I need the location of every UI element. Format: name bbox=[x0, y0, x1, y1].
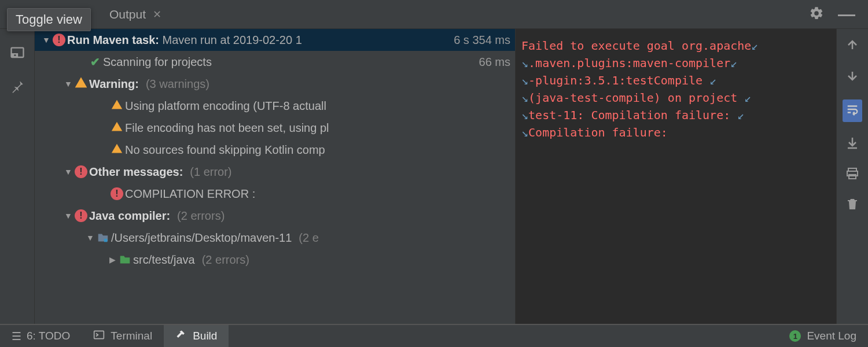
tree-warning-count: (3 warnings) bbox=[146, 77, 209, 91]
chevron-down-icon[interactable] bbox=[42, 35, 51, 45]
soft-wrap-icon: ↙ bbox=[751, 39, 758, 53]
warning-icon bbox=[75, 76, 87, 92]
tree-warning[interactable]: Warning: (3 warnings) bbox=[35, 73, 515, 95]
left-toolbar bbox=[0, 29, 35, 324]
status-build[interactable]: Build bbox=[164, 325, 229, 347]
tree-other-item[interactable]: ! COMPILATION ERROR : bbox=[35, 183, 515, 205]
tree-java-label: Java compiler: bbox=[89, 209, 170, 223]
main-area: ! Run Maven task: Maven run at 2019-02-2… bbox=[0, 29, 868, 324]
tree-other-count: (1 error) bbox=[190, 165, 231, 179]
toggle-view-tooltip: Toggle view bbox=[7, 8, 91, 31]
folder-icon bbox=[95, 231, 111, 244]
up-arrow-icon[interactable] bbox=[845, 38, 859, 55]
down-arrow-icon[interactable] bbox=[845, 69, 859, 86]
error-icon: ! bbox=[53, 34, 65, 46]
tree-other[interactable]: ! Other messages: (1 error) bbox=[35, 161, 515, 183]
svg-rect-2 bbox=[104, 239, 108, 242]
tree-item-label: src/test/java bbox=[133, 253, 195, 267]
chevron-down-icon[interactable] bbox=[64, 167, 73, 176]
soft-wrap-icon: ↘ bbox=[521, 125, 528, 139]
tree-warning-item[interactable]: File encoding has not been set, using pl bbox=[35, 117, 515, 139]
tree-root-label: Run Maven task: Maven run at 2019-02-20 … bbox=[67, 34, 302, 47]
tab-bar: Output ✕ — bbox=[0, 0, 868, 29]
soft-wrap-icon: ↙ bbox=[737, 108, 744, 122]
tree-java-path[interactable]: /Users/jetbrains/Desktop/maven-11 (2 e bbox=[35, 227, 515, 249]
status-todo-label: 6: TODO bbox=[27, 330, 70, 342]
print-icon[interactable] bbox=[845, 167, 859, 183]
gear-icon[interactable] bbox=[809, 6, 824, 24]
console-text: Compilation failure: bbox=[528, 125, 668, 139]
chevron-down-icon[interactable] bbox=[64, 211, 73, 220]
soft-wrap-icon: ↙ bbox=[730, 56, 737, 70]
status-build-label: Build bbox=[193, 330, 217, 342]
tree-java-sub[interactable]: src/test/java (2 errors) bbox=[35, 249, 515, 271]
console-text: (java-test-compile) on project bbox=[528, 91, 744, 105]
soft-wrap-icon: ↙ bbox=[744, 91, 751, 105]
console-text: test-11: Compilation failure: bbox=[528, 108, 737, 122]
tab-output[interactable]: Output ✕ bbox=[101, 0, 170, 29]
right-toolbar bbox=[836, 29, 868, 324]
tree-warning-item[interactable]: Using platform encoding (UTF-8 actuall bbox=[35, 95, 515, 117]
scroll-to-end-icon[interactable] bbox=[845, 136, 859, 153]
folder-icon bbox=[117, 253, 133, 266]
tree-item-count: (2 e bbox=[299, 231, 318, 245]
hammer-icon bbox=[175, 329, 187, 344]
status-bar: ☰ 6: TODO Terminal Build 1 Event Log bbox=[0, 324, 868, 347]
soft-wrap-icon: ↘ bbox=[521, 91, 528, 105]
tree-other-label: Other messages: bbox=[89, 165, 183, 179]
chevron-down-icon[interactable] bbox=[64, 79, 73, 88]
tab-output-label: Output bbox=[109, 8, 146, 21]
terminal-icon bbox=[93, 329, 105, 344]
chevron-down-icon[interactable] bbox=[86, 233, 95, 242]
soft-wrap-icon: ↘ bbox=[521, 56, 528, 70]
check-icon: ✔ bbox=[90, 55, 100, 69]
warning-icon bbox=[111, 99, 123, 113]
tree-warning-item[interactable]: No sources found skipping Kotlin comp bbox=[35, 139, 515, 161]
status-event-log[interactable]: 1 Event Log bbox=[778, 325, 868, 347]
svg-rect-6 bbox=[94, 331, 104, 338]
tree-item-label: Using platform encoding (UTF-8 actuall bbox=[125, 99, 326, 113]
warning-icon bbox=[111, 143, 123, 157]
status-terminal-label: Terminal bbox=[111, 330, 152, 342]
event-badge: 1 bbox=[789, 330, 801, 342]
tree-item-label: /Users/jetbrains/Desktop/maven-11 bbox=[111, 231, 292, 245]
soft-wrap-icon: ↙ bbox=[709, 73, 716, 87]
status-event-label: Event Log bbox=[807, 330, 856, 342]
error-icon: ! bbox=[111, 187, 123, 200]
chevron-right-icon[interactable] bbox=[108, 255, 117, 264]
tree-item-label: No sources found skipping Kotlin comp bbox=[125, 143, 325, 157]
console-text: Failed to execute goal org.apache bbox=[521, 39, 751, 53]
soft-wrap-icon: ↘ bbox=[521, 73, 528, 87]
tree-item-label: File encoding has not been set, using pl bbox=[125, 121, 329, 135]
tree-root-time: 6 s 354 ms bbox=[454, 34, 510, 47]
todo-icon: ☰ bbox=[12, 330, 21, 343]
console-text: .maven.plugins:maven-compiler bbox=[528, 56, 730, 70]
soft-wrap-icon: ↘ bbox=[521, 108, 528, 122]
error-icon: ! bbox=[75, 209, 87, 222]
warning-icon bbox=[111, 121, 123, 135]
close-icon[interactable]: ✕ bbox=[153, 8, 161, 21]
soft-wrap-toggle-icon[interactable] bbox=[843, 99, 862, 122]
trash-icon[interactable] bbox=[845, 197, 859, 214]
error-icon: ! bbox=[75, 165, 87, 178]
tree-warning-label: Warning: bbox=[89, 77, 139, 91]
tree-scan-label: Scanning for projects bbox=[103, 56, 212, 69]
tree-root[interactable]: ! Run Maven task: Maven run at 2019-02-2… bbox=[35, 29, 515, 51]
tree-java-count: (2 errors) bbox=[177, 209, 225, 223]
tree-java[interactable]: ! Java compiler: (2 errors) bbox=[35, 205, 515, 227]
tree-scan-time: 66 ms bbox=[479, 56, 510, 69]
pin-icon[interactable] bbox=[10, 79, 25, 97]
build-tree[interactable]: ! Run Maven task: Maven run at 2019-02-2… bbox=[35, 29, 515, 324]
toggle-view-icon[interactable] bbox=[9, 45, 25, 64]
tree-scan[interactable]: ✔ Scanning for projects 66 ms bbox=[35, 51, 515, 73]
status-todo[interactable]: ☰ 6: TODO bbox=[0, 325, 82, 347]
tree-item-count: (2 errors) bbox=[202, 253, 249, 267]
tree-item-label: COMPILATION ERROR : bbox=[125, 187, 255, 201]
console-text: -plugin:3.5.1:testCompile bbox=[528, 73, 709, 87]
status-terminal[interactable]: Terminal bbox=[82, 325, 164, 347]
console-output[interactable]: Failed to execute goal org.apache↙ ↘.mav… bbox=[515, 29, 836, 324]
